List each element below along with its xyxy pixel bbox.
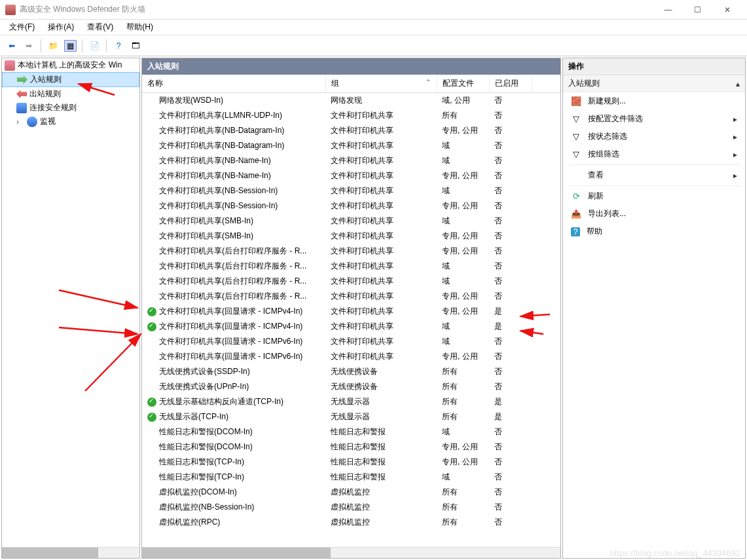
minimize-button[interactable]: — — [653, 1, 683, 19]
close-button[interactable]: ✕ — [712, 1, 742, 19]
tree-root[interactable]: 本地计算机 上的高级安全 Win — [2, 58, 139, 72]
rule-group: 文件和打印机共享 — [325, 319, 437, 334]
rule-group: 虚拟机监控 — [325, 500, 437, 515]
table-row[interactable]: 性能日志和警报(DCOM-In) 性能日志和警报 域 否 — [142, 424, 560, 439]
action-new-rule[interactable]: 🧱 新建规则... — [563, 92, 745, 110]
blank-icon — [147, 262, 156, 271]
rule-group: 文件和打印机共享 — [325, 349, 437, 364]
table-row[interactable]: 虚拟机监控(NB-Session-In) 虚拟机监控 所有 否 — [142, 500, 560, 515]
table-row[interactable]: 无线显示基础结构反向通道(TCP-In) 无线显示器 所有 是 — [142, 394, 560, 409]
rules-grid[interactable]: 名称 组 配置文件 已启用 网络发现(WSD-In) 网络发现 域, 公用 否 … — [142, 75, 560, 547]
rule-enabled: 是 — [489, 304, 532, 319]
menu-help[interactable]: 帮助(H) — [120, 20, 160, 35]
action-filter-group[interactable]: ▽ 按组筛选 ▸ — [563, 145, 745, 163]
table-row[interactable]: 网络发现(WSD-In) 网络发现 域, 公用 否 — [142, 93, 560, 109]
table-row[interactable]: 文件和打印机共享(NB-Session-In) 文件和打印机共享 专用, 公用 … — [142, 198, 560, 214]
table-row[interactable]: 文件和打印机共享(LLMNR-UDP-In) 文件和打印机共享 所有 否 — [142, 108, 560, 123]
separator — [82, 39, 82, 52]
check-icon — [147, 307, 156, 316]
col-group[interactable]: 组 — [325, 75, 437, 93]
rule-enabled: 否 — [489, 274, 532, 289]
back-button[interactable]: ⬅ — [4, 38, 20, 54]
action-help[interactable]: ? 帮助 — [563, 223, 745, 240]
table-row[interactable]: 文件和打印机共享(NB-Session-In) 文件和打印机共享 域 否 — [142, 183, 560, 198]
check-icon — [147, 322, 156, 331]
table-row[interactable]: 文件和打印机共享(后台打印程序服务 - R... 文件和打印机共享 专用, 公用… — [142, 289, 560, 304]
table-row[interactable]: 文件和打印机共享(后台打印程序服务 - R... 文件和打印机共享 域 否 — [142, 274, 560, 289]
actions-header: 操作 — [563, 58, 745, 75]
action-filter-profile[interactable]: ▽ 按配置文件筛选 ▸ — [563, 110, 745, 128]
action-filter-state[interactable]: ▽ 按状态筛选 ▸ — [563, 128, 745, 145]
table-row[interactable]: 文件和打印机共享(NB-Datagram-In) 文件和打印机共享 域 否 — [142, 138, 560, 153]
show-hide-button[interactable]: ▦ — [62, 38, 78, 54]
blank-icon — [147, 428, 156, 437]
collapse-icon[interactable]: ▴ — [736, 79, 740, 88]
table-row[interactable]: 虚拟机监控(DCOM-In) 虚拟机监控 所有 否 — [142, 485, 560, 500]
table-row[interactable]: 无线显示器(TCP-In) 无线显示器 所有 是 — [142, 409, 560, 424]
forward-button[interactable]: ➡ — [21, 38, 37, 54]
menu-action[interactable]: 操作(A) — [41, 20, 81, 35]
rule-name: 虚拟机监控(NB-Session-In) — [159, 502, 254, 512]
rule-name: 文件和打印机共享(SMB-In) — [159, 231, 253, 240]
blank-icon — [147, 126, 156, 136]
rule-group: 性能日志和警报 — [325, 455, 437, 470]
col-name[interactable]: 名称 — [142, 75, 325, 93]
table-row[interactable]: 文件和打印机共享(回显请求 - ICMPv4-In) 文件和打印机共享 域 是 — [142, 319, 560, 334]
tree-item-connsec[interactable]: 连接安全规则 — [2, 101, 139, 115]
blank-icon — [147, 503, 156, 512]
tree-pane[interactable]: 本地计算机 上的高级安全 Win 入站规则 出站规则 连接安全规则 › 监视 — [1, 58, 140, 559]
blank-icon — [147, 337, 156, 346]
rule-group: 文件和打印机共享 — [325, 214, 437, 229]
table-row[interactable]: 文件和打印机共享(NB-Name-In) 文件和打印机共享 专用, 公用 否 — [142, 168, 560, 183]
table-row[interactable]: 文件和打印机共享(SMB-In) 文件和打印机共享 专用, 公用 否 — [142, 229, 560, 244]
action-export[interactable]: 📤 导出列表... — [563, 205, 745, 223]
rule-enabled: 否 — [489, 198, 532, 214]
rule-profile: 专用, 公用 — [437, 349, 489, 364]
rule-profile: 域 — [437, 183, 489, 198]
rule-group: 文件和打印机共享 — [325, 304, 437, 319]
table-row[interactable]: 性能日志和警报(TCP-In) 性能日志和警报 专用, 公用 否 — [142, 455, 560, 470]
col-profile[interactable]: 配置文件 — [437, 75, 489, 93]
action-filter-profile-label: 按配置文件筛选 — [588, 113, 643, 124]
action-view[interactable]: 查看 ▸ — [563, 166, 745, 184]
actions-sub-label: 入站规则 — [568, 78, 600, 89]
outbound-icon — [16, 89, 27, 100]
maximize-button[interactable]: ☐ — [683, 1, 712, 19]
table-row[interactable]: 文件和打印机共享(回显请求 - ICMPv6-In) 文件和打印机共享 专用, … — [142, 349, 560, 364]
table-row[interactable]: 无线便携式设备(SSDP-In) 无线便携设备 所有 否 — [142, 364, 560, 379]
menu-file[interactable]: 文件(F) — [3, 20, 41, 35]
table-row[interactable]: 文件和打印机共享(后台打印程序服务 - R... 文件和打印机共享 域 否 — [142, 259, 560, 274]
tree-connsec-label: 连接安全规则 — [29, 102, 77, 113]
table-row[interactable]: 文件和打印机共享(NB-Datagram-In) 文件和打印机共享 专用, 公用… — [142, 123, 560, 138]
check-icon — [147, 398, 156, 407]
rule-profile: 域 — [437, 259, 489, 274]
expander-icon[interactable]: › — [16, 117, 24, 126]
rule-name: 文件和打印机共享(回显请求 - ICMPv4-In) — [159, 322, 302, 331]
blank-icon — [147, 202, 156, 211]
table-row[interactable]: 无线便携式设备(UPnP-In) 无线便携设备 所有 否 — [142, 379, 560, 394]
table-row[interactable]: 性能日志和警报(TCP-In) 性能日志和警报 域 否 — [142, 470, 560, 485]
folder-button[interactable]: 📁 — [45, 38, 61, 54]
tree-outbound-label: 出站规则 — [29, 88, 61, 100]
help-button[interactable]: ? — [111, 38, 126, 54]
rule-profile: 所有 — [437, 500, 489, 515]
rule-enabled: 否 — [489, 470, 532, 485]
table-row[interactable]: 性能日志和警报(DCOM-In) 性能日志和警报 专用, 公用 否 — [142, 439, 560, 455]
menu-view[interactable]: 查看(V) — [81, 20, 120, 35]
col-enabled[interactable]: 已启用 — [489, 75, 532, 93]
tree-item-inbound[interactable]: 入站规则 — [2, 72, 139, 87]
properties-button[interactable]: 🗔 — [128, 38, 143, 54]
new-button[interactable]: 📄 — [86, 38, 102, 54]
table-row[interactable]: 虚拟机监控(RPC) 虚拟机监控 所有 否 — [142, 515, 560, 530]
tree-item-monitor[interactable]: › 监视 — [2, 115, 139, 128]
table-row[interactable]: 文件和打印机共享(NB-Name-In) 文件和打印机共享 域 否 — [142, 153, 560, 168]
tree-item-outbound[interactable]: 出站规则 — [2, 87, 139, 101]
rule-group: 无线便携设备 — [325, 379, 437, 394]
h-scrollbar[interactable] — [142, 547, 560, 558]
action-refresh[interactable]: ⟳ 刷新 — [563, 187, 745, 205]
table-row[interactable]: 文件和打印机共享(回显请求 - ICMPv4-In) 文件和打印机共享 专用, … — [142, 304, 560, 319]
table-row[interactable]: 文件和打印机共享(SMB-In) 文件和打印机共享 域 否 — [142, 214, 560, 229]
table-row[interactable]: 文件和打印机共享(后台打印程序服务 - R... 文件和打印机共享 专用, 公用… — [142, 244, 560, 259]
table-row[interactable]: 文件和打印机共享(回显请求 - ICMPv6-In) 文件和打印机共享 域 否 — [142, 334, 560, 349]
rule-profile: 所有 — [437, 364, 489, 379]
